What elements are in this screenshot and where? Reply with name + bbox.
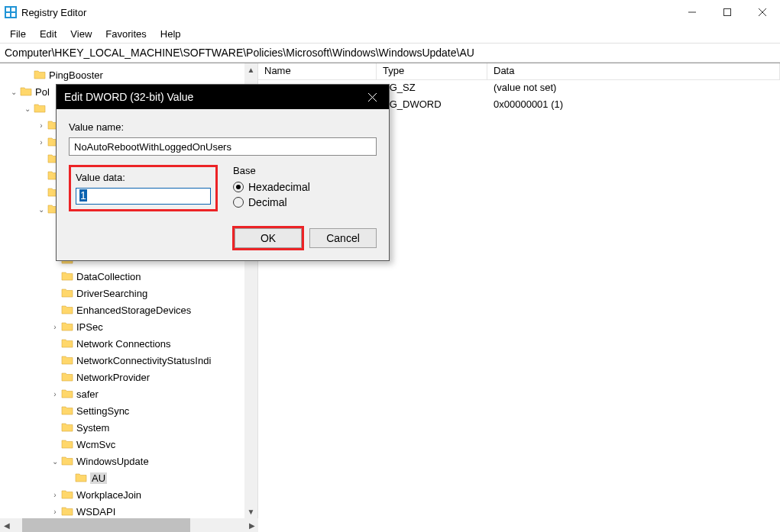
radio-dec-label: Decimal (248, 196, 287, 208)
scroll-right-icon[interactable]: ▶ (245, 518, 258, 532)
tree-item-label: SettingSync (76, 405, 129, 417)
tree-item[interactable]: ›PingBooster (0, 66, 244, 83)
folder-icon (61, 270, 73, 282)
tree-item-label: WcmSvc (76, 439, 115, 450)
chevron-right-icon[interactable]: › (35, 121, 47, 130)
dialog-title: Edit DWORD (32-bit) Value (64, 91, 193, 103)
menu-file[interactable]: File (4, 27, 32, 41)
tree-item[interactable]: ›WSDAPI (0, 503, 244, 518)
tree-item-label: EnhancedStorageDevices (76, 305, 191, 316)
dialog-close-button[interactable] (355, 85, 389, 109)
folder-icon (61, 388, 73, 400)
tree-item-label: WSDAPI (76, 506, 115, 517)
tree-item[interactable]: ›SettingSync (0, 402, 244, 419)
radio-dec-dot (233, 197, 244, 208)
chevron-right-icon[interactable]: › (49, 508, 61, 516)
tree-item-label: Pol (35, 86, 50, 98)
tree-item-label: Network Connections (76, 338, 171, 350)
cancel-button[interactable]: Cancel (309, 228, 377, 248)
folder-icon (61, 438, 73, 450)
tree-item[interactable]: ›System (0, 419, 244, 436)
chevron-down-icon[interactable]: ⌄ (35, 205, 47, 214)
tree-item[interactable]: ›safer (0, 385, 244, 402)
tree-item-label: AU (90, 472, 107, 484)
folder-icon (34, 102, 46, 114)
menu-favorites[interactable]: Favorites (99, 27, 152, 41)
cancel-button-label: Cancel (326, 232, 360, 244)
radio-hex-dot (233, 182, 244, 192)
value-data-field[interactable]: 1 (76, 188, 211, 205)
list-header: Name Type Data (258, 63, 780, 80)
tree-item-label: WorkplaceJoin (76, 489, 141, 501)
folder-icon (61, 287, 73, 299)
regedit-app-icon (5, 6, 17, 18)
scroll-up-icon[interactable]: ▲ (244, 63, 257, 76)
chevron-right-icon[interactable]: › (49, 390, 61, 398)
tree-item-label: IPSec (76, 321, 103, 333)
folder-icon (61, 337, 73, 350)
close-button[interactable] (745, 0, 780, 24)
scroll-left-icon[interactable]: ◀ (0, 518, 13, 532)
folder-icon (61, 321, 73, 333)
edit-dword-dialog: Edit DWORD (32-bit) Value Value name: Va… (56, 84, 390, 261)
cell-data: 0x00000001 (1) (487, 97, 780, 114)
tree-item-label: NetworkProvider (76, 372, 150, 383)
tree-item[interactable]: ⌄WindowsUpdate (0, 453, 244, 469)
chevron-right-icon[interactable]: › (49, 491, 61, 499)
tree-item-label: NetworkConnectivityStatusIndi (76, 355, 211, 366)
tree-item-label: safer (76, 389, 99, 400)
radio-dec[interactable]: Decimal (233, 196, 377, 208)
folder-icon (61, 455, 73, 467)
folder-icon (61, 405, 73, 417)
folder-icon (34, 69, 46, 81)
tree-item[interactable]: ›Network Connections (0, 335, 244, 352)
col-data[interactable]: Data (487, 63, 780, 79)
hscroll-thumb[interactable] (22, 518, 190, 532)
svg-rect-2 (11, 8, 15, 11)
cell-type: EG_DWORD (377, 97, 487, 114)
chevron-right-icon[interactable]: › (49, 323, 61, 331)
chevron-right-icon[interactable]: › (35, 138, 47, 147)
tree-item[interactable]: ›NetworkConnectivityStatusIndi (0, 352, 244, 369)
tree-item[interactable]: ›AU (0, 469, 244, 486)
tree-horizontal-scrollbar[interactable]: ◀ ▶ (0, 518, 258, 532)
value-name-field[interactable] (69, 137, 377, 156)
menu-edit[interactable]: Edit (34, 27, 63, 41)
window-title: Registry Editor (21, 7, 86, 18)
ok-button[interactable]: OK (235, 228, 302, 248)
scroll-down-icon[interactable]: ▼ (244, 505, 257, 518)
base-group-label: Base (233, 165, 377, 176)
tree-item[interactable]: ›DataCollection (0, 268, 244, 285)
value-name-label: Value name: (69, 121, 377, 133)
col-name[interactable]: Name (258, 63, 377, 79)
folder-icon (61, 421, 73, 434)
folder-icon (61, 304, 73, 316)
tree-item[interactable]: ›EnhancedStorageDevices (0, 301, 244, 318)
chevron-down-icon[interactable]: ⌄ (21, 105, 34, 113)
tree-item[interactable]: ›NetworkProvider (0, 369, 244, 385)
col-type[interactable]: Type (377, 63, 487, 79)
menu-help[interactable]: Help (154, 27, 187, 41)
dialog-titlebar[interactable]: Edit DWORD (32-bit) Value (57, 85, 389, 109)
tree-item-label: System (76, 422, 109, 434)
tree-item[interactable]: ›DriverSearching (0, 285, 244, 301)
folder-icon (61, 371, 73, 383)
tree-item[interactable]: ›WcmSvc (0, 436, 244, 453)
tree-item[interactable]: ›IPSec (0, 318, 244, 335)
svg-rect-1 (6, 8, 10, 11)
chevron-down-icon[interactable]: ⌄ (49, 457, 61, 466)
minimize-button[interactable] (675, 0, 710, 24)
radio-hex[interactable]: Hexadecimal (233, 181, 377, 193)
tree-item[interactable]: ›WorkplaceJoin (0, 486, 244, 503)
menu-view[interactable]: View (64, 27, 98, 41)
tree-item-label: DriverSearching (76, 288, 147, 299)
tree-item-label: DataCollection (76, 271, 141, 282)
menubar: File Edit View Favorites Help (0, 24, 780, 43)
value-data-label: Value data: (76, 172, 211, 183)
folder-icon (61, 505, 73, 517)
svg-rect-4 (11, 13, 15, 17)
maximize-button[interactable] (710, 0, 745, 24)
ok-button-label: OK (261, 232, 276, 244)
address-bar[interactable]: Computer\HKEY_LOCAL_MACHINE\SOFTWARE\Pol… (0, 43, 780, 63)
chevron-down-icon[interactable]: ⌄ (8, 88, 20, 96)
